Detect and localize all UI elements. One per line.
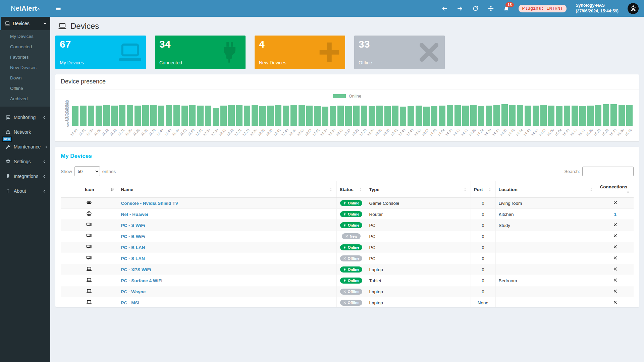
chart-bar[interactable]: [236, 105, 243, 126]
device-name-link[interactable]: PC - XPS WiFi: [121, 267, 151, 272]
device-name-link[interactable]: PC - MSI: [121, 300, 140, 305]
device-name-link[interactable]: Console - Nvidia Shield TV: [121, 201, 178, 206]
device-name-link[interactable]: PC - Wayne: [121, 289, 146, 294]
chart-bar[interactable]: [228, 105, 234, 126]
chart-bar[interactable]: [454, 105, 461, 126]
sidebar-subitem-offline[interactable]: Offline: [0, 83, 50, 94]
chart-bar[interactable]: [564, 106, 570, 126]
chart-bar[interactable]: [423, 107, 430, 126]
back-icon[interactable]: [441, 5, 448, 12]
chart-bar[interactable]: [392, 106, 398, 126]
chart-bar[interactable]: [142, 105, 149, 126]
device-name-link[interactable]: Net - Huawei: [121, 212, 148, 217]
column-header-type[interactable]: Type: [366, 181, 471, 198]
chart-bar[interactable]: [111, 106, 117, 126]
chart-bar[interactable]: [517, 105, 523, 126]
chart-bar[interactable]: [252, 105, 258, 126]
refresh-icon[interactable]: [472, 5, 479, 12]
device-name-link[interactable]: PC - S LAN: [121, 256, 145, 261]
chart-bar[interactable]: [103, 105, 110, 126]
column-header-status[interactable]: Status: [336, 181, 366, 198]
chart-bar[interactable]: [181, 106, 188, 126]
chart-bar[interactable]: [619, 105, 625, 126]
chart-bar[interactable]: [431, 106, 437, 126]
sidebar-subitem-new-devices[interactable]: New Devices: [0, 62, 50, 73]
stat-box-connected[interactable]: 34Connected: [155, 36, 246, 69]
chart-bar[interactable]: [416, 106, 422, 126]
chart-bar[interactable]: [579, 106, 586, 126]
chart-bar[interactable]: [603, 104, 609, 126]
chart-bar[interactable]: [119, 105, 125, 126]
chart-bar[interactable]: [439, 106, 445, 126]
page-length-select[interactable]: 50: [74, 166, 100, 176]
chart-bar[interactable]: [501, 104, 508, 126]
chart-bar[interactable]: [353, 106, 360, 126]
chart-bar[interactable]: [548, 106, 554, 126]
sidebar-item-monitoring[interactable]: Monitoring: [0, 110, 50, 125]
chart-bar[interactable]: [509, 105, 516, 126]
sidebar-subitem-connected[interactable]: Connected: [0, 42, 50, 52]
chart-bar[interactable]: [610, 104, 617, 126]
sidebar-toggle-button[interactable]: [50, 0, 66, 17]
chart-bar[interactable]: [197, 106, 203, 126]
chart-bar[interactable]: [322, 107, 328, 126]
sidebar-item-settings[interactable]: Settings: [0, 154, 50, 169]
chart-bar[interactable]: [189, 105, 196, 126]
chart-bar[interactable]: [244, 106, 250, 126]
chart-bar[interactable]: [493, 105, 500, 126]
chart-bar[interactable]: [447, 105, 453, 126]
chart-bar[interactable]: [314, 106, 320, 126]
user-avatar[interactable]: [628, 3, 639, 14]
connections-link[interactable]: 1: [614, 212, 616, 217]
sidebar-item-devices[interactable]: Devices: [0, 17, 50, 30]
chart-bar[interactable]: [525, 106, 531, 126]
forward-icon[interactable]: [457, 5, 463, 12]
device-name-link[interactable]: PC - Surface 4 WiFi: [121, 278, 163, 283]
chart-bar[interactable]: [408, 106, 414, 126]
chart-bar[interactable]: [166, 105, 172, 126]
column-header-name[interactable]: Name: [118, 181, 336, 198]
chart-bar[interactable]: [345, 106, 352, 126]
sidebar-item-integrations[interactable]: Integrations: [0, 169, 50, 184]
chart-bar[interactable]: [88, 106, 94, 126]
chart-bar[interactable]: [80, 106, 86, 126]
sidebar-subitem-favorites[interactable]: Favorites: [0, 52, 50, 62]
device-name-link[interactable]: PC - B WiFi: [121, 234, 146, 239]
chart-bar[interactable]: [595, 105, 601, 126]
chart-bar[interactable]: [205, 106, 211, 126]
chart-bar[interactable]: [213, 108, 219, 126]
chart-bar[interactable]: [337, 106, 344, 126]
chart-bar[interactable]: [626, 105, 633, 126]
chart-bar[interactable]: [127, 105, 133, 126]
chart-bar[interactable]: [299, 105, 305, 126]
column-header-port[interactable]: Port: [471, 181, 495, 198]
chart-bar[interactable]: [462, 106, 469, 126]
chart-bar[interactable]: [173, 105, 180, 126]
chart-bar[interactable]: [150, 105, 157, 126]
chart-bar[interactable]: [275, 105, 281, 126]
chart-bar[interactable]: [96, 106, 102, 126]
chart-bar[interactable]: [376, 106, 383, 126]
column-header-connections[interactable]: Connections: [597, 181, 634, 198]
sidebar-item-maintenance[interactable]: NEWMaintenance: [0, 139, 50, 154]
chart-bar[interactable]: [470, 105, 477, 126]
chart-bar[interactable]: [361, 106, 367, 126]
chart-bar[interactable]: [587, 106, 594, 126]
chart-bar[interactable]: [259, 106, 266, 126]
chart-bar[interactable]: [540, 105, 547, 126]
device-name-link[interactable]: PC - S WiFi: [121, 223, 145, 228]
column-header-location[interactable]: Location: [495, 181, 597, 198]
move-icon[interactable]: [488, 5, 494, 12]
stat-box-offline[interactable]: 33Offline: [354, 36, 445, 69]
notifications-button[interactable]: 15: [503, 5, 509, 12]
chart-bar[interactable]: [478, 106, 484, 126]
sidebar-subitem-down[interactable]: Down: [0, 73, 50, 83]
chart-bar[interactable]: [290, 105, 297, 126]
sidebar-subitem-archived[interactable]: Archived: [0, 94, 50, 104]
chart-bar[interactable]: [400, 107, 406, 126]
chart-bar[interactable]: [158, 106, 164, 126]
chart-bar[interactable]: [283, 106, 289, 126]
chart-bar[interactable]: [384, 106, 391, 126]
chart-bar[interactable]: [72, 106, 78, 126]
chart-bar[interactable]: [369, 106, 375, 126]
